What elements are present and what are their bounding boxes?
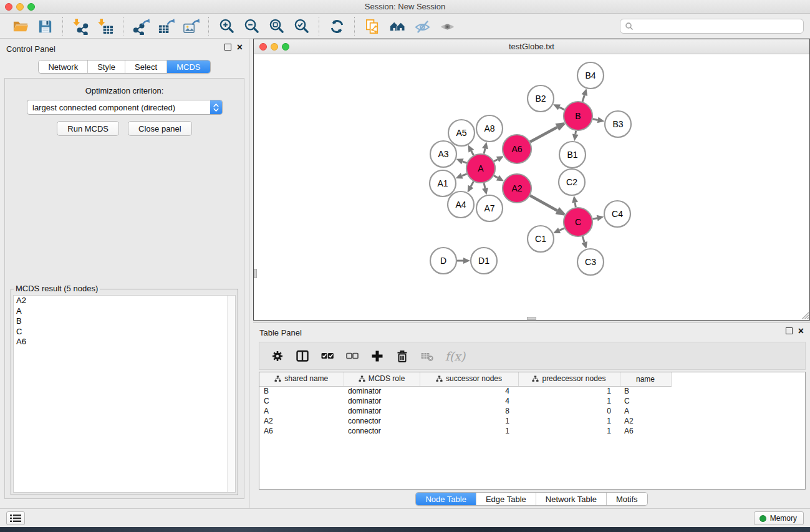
graph-edge-C-C1[interactable]: [559, 228, 564, 231]
save-session-button[interactable]: [32, 16, 57, 36]
graph-edge-A-A7[interactable]: [484, 183, 485, 188]
table-row[interactable]: Cdominator41C: [259, 396, 671, 406]
close-panel-icon[interactable]: ×: [237, 44, 243, 51]
graph-edge-A-A6[interactable]: [494, 159, 498, 161]
tab-select[interactable]: Select: [125, 60, 167, 73]
export-image-button[interactable]: [178, 16, 203, 36]
cell-shared-name[interactable]: A: [259, 406, 344, 416]
cell-successor-nodes[interactable]: 1: [420, 426, 518, 436]
mcds-result-item[interactable]: C: [14, 327, 235, 337]
close-table-panel-icon[interactable]: ×: [798, 327, 804, 334]
tab-network[interactable]: Network: [39, 60, 88, 73]
cell-predecessor-nodes[interactable]: 0: [518, 406, 620, 416]
network-window-titlebar[interactable]: testGlobe.txt: [254, 39, 809, 54]
network-graph[interactable]: B4B2BB3A5A8A6A3B1AA1C2A2A4A7C4CC1DD1C3: [254, 55, 809, 321]
cell-MCDS-role[interactable]: connector: [344, 416, 420, 426]
tab-style[interactable]: Style: [88, 60, 125, 73]
delete-columns-button[interactable]: [392, 346, 413, 367]
float-table-panel-icon[interactable]: [786, 327, 793, 334]
column-header-name[interactable]: name: [620, 372, 671, 386]
show-columns-button[interactable]: [292, 346, 313, 367]
cell-predecessor-nodes[interactable]: 1: [518, 386, 620, 396]
graph-edge-B-B1[interactable]: [576, 131, 576, 135]
cell-successor-nodes[interactable]: 4: [420, 396, 518, 406]
horizontal-scroll-thumb[interactable]: [527, 317, 536, 320]
vertical-scroll-thumb[interactable]: [254, 269, 257, 278]
cell-shared-name[interactable]: C: [259, 396, 344, 406]
show-hidden-button[interactable]: [435, 16, 460, 36]
graph-edge-C-C2[interactable]: [575, 203, 576, 208]
result-scrollbar[interactable]: [227, 296, 235, 492]
cell-successor-nodes[interactable]: 4: [420, 386, 518, 396]
criterion-dropdown[interactable]: largest connected component (directed): [27, 100, 223, 115]
cell-predecessor-nodes[interactable]: 1: [518, 396, 620, 406]
search-box[interactable]: [620, 19, 804, 34]
network-canvas[interactable]: B4B2BB3A5A8A6A3B1AA1C2A2A4A7C4CC1DD1C3: [254, 55, 809, 320]
graph-edge-A-A3[interactable]: [463, 162, 467, 163]
graph-edge-A6-B[interactable]: [530, 127, 557, 142]
search-input[interactable]: [637, 22, 803, 31]
mcds-result-item[interactable]: A: [14, 306, 235, 317]
export-network-button[interactable]: [128, 16, 153, 36]
cell-shared-name[interactable]: A2: [259, 416, 344, 426]
zoom-out-button[interactable]: [239, 16, 264, 36]
graph-edge-B-B3[interactable]: [593, 119, 598, 120]
cell-predecessor-nodes[interactable]: 1: [518, 416, 620, 426]
select-all-columns-button[interactable]: [317, 346, 338, 367]
cell-name[interactable]: B: [620, 386, 671, 396]
close-panel-button[interactable]: Close panel: [128, 121, 192, 136]
settings-button[interactable]: [267, 346, 288, 367]
cell-name[interactable]: A2: [620, 416, 671, 426]
graph-edge-A2-C[interactable]: [530, 196, 557, 211]
show-all-button[interactable]: [385, 16, 410, 36]
zoom-fit-button[interactable]: [264, 16, 289, 36]
cell-shared-name[interactable]: B: [259, 386, 344, 396]
table-row[interactable]: Adominator80A: [259, 406, 671, 416]
task-history-button[interactable]: [6, 511, 25, 525]
graph-edge-C-C4[interactable]: [593, 218, 597, 219]
import-table-button[interactable]: [93, 16, 118, 36]
tab-mcds[interactable]: MCDS: [167, 60, 210, 73]
table-row[interactable]: A6connector11A6: [259, 426, 671, 436]
cell-name[interactable]: A: [620, 406, 671, 416]
tab-edge-table[interactable]: Edge Table: [476, 493, 536, 505]
tab-network-table[interactable]: Network Table: [536, 493, 607, 505]
graph-edge-B-B2[interactable]: [559, 107, 564, 110]
mcds-result-item[interactable]: A2: [14, 296, 235, 306]
tab-motifs[interactable]: Motifs: [607, 493, 647, 505]
cell-MCDS-role[interactable]: connector: [344, 426, 420, 436]
resize-grip-icon[interactable]: [800, 311, 809, 319]
float-panel-icon[interactable]: [224, 44, 231, 51]
cell-MCDS-role[interactable]: dominator: [344, 396, 420, 406]
mcds-result-item[interactable]: A6: [14, 337, 235, 347]
cell-shared-name[interactable]: A6: [259, 426, 344, 436]
export-table-button[interactable]: [153, 16, 178, 36]
graph-edge-C-C3[interactable]: [582, 236, 584, 243]
tab-node-table[interactable]: Node Table: [416, 493, 476, 505]
column-header-MCDS-role[interactable]: MCDS role: [344, 372, 420, 386]
cell-successor-nodes[interactable]: 1: [420, 416, 518, 426]
cell-name[interactable]: C: [620, 396, 671, 406]
add-column-button[interactable]: [367, 346, 388, 367]
graph-edge-A-A1[interactable]: [462, 174, 467, 176]
column-header-predecessor-nodes[interactable]: predecessor nodes: [518, 372, 620, 386]
table-row[interactable]: A2connector11A2: [259, 416, 671, 426]
graph-edge-A-A2[interactable]: [494, 176, 498, 178]
memory-button[interactable]: Memory: [754, 511, 804, 525]
zoom-selected-button[interactable]: [289, 16, 314, 36]
open-session-button[interactable]: [7, 16, 32, 36]
mcds-result-item[interactable]: B: [14, 316, 235, 327]
graph-edge-A-A5[interactable]: [471, 151, 474, 155]
cell-MCDS-role[interactable]: dominator: [344, 406, 420, 416]
zoom-in-button[interactable]: [214, 16, 239, 36]
cell-successor-nodes[interactable]: 8: [420, 406, 518, 416]
mcds-result-list[interactable]: A2ABCA6: [13, 295, 236, 493]
cell-name[interactable]: A6: [620, 426, 671, 436]
cell-predecessor-nodes[interactable]: 1: [518, 426, 620, 436]
network-from-selection-button[interactable]: [360, 16, 385, 36]
graph-edge-B-B4[interactable]: [582, 95, 584, 102]
deselect-all-columns-button[interactable]: [342, 346, 363, 367]
graph-edge-A-A8[interactable]: [484, 148, 485, 153]
hide-selected-button[interactable]: [410, 16, 435, 36]
table-row[interactable]: Bdominator41B: [259, 386, 671, 396]
